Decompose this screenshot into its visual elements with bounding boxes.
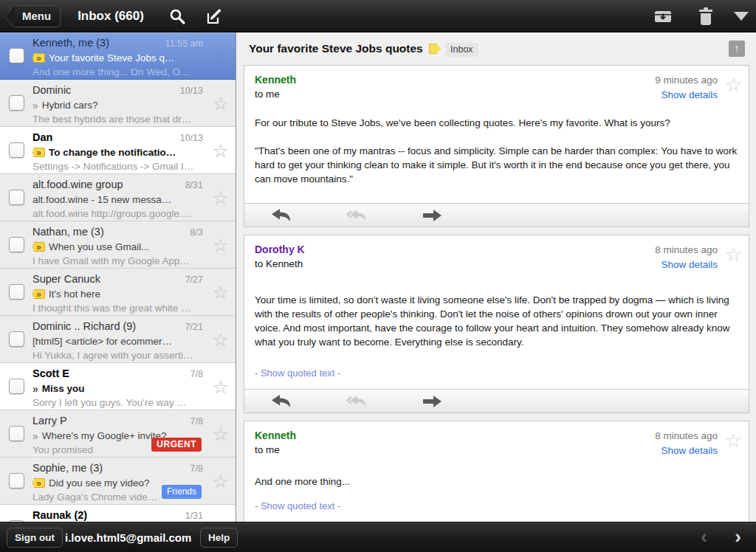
sender: Super Canuck <box>32 273 100 285</box>
snippet: I have Gmail with my Google App… <box>32 255 190 266</box>
subject: Miss you <box>42 383 85 394</box>
account-email: i.love.html5@gmail.com <box>65 522 191 552</box>
inbox-title: Inbox (660) <box>44 0 177 32</box>
message-time: 8 minutes ago <box>655 244 718 255</box>
next-conversation-icon[interactable]: › <box>735 525 741 548</box>
sign-out-button[interactable]: Sign out <box>7 528 63 548</box>
show-quoted-text-link[interactable]: - Show quoted text - <box>255 500 340 511</box>
subject: Hybrid cars? <box>42 100 98 111</box>
chevron-marker-icon: » <box>32 383 38 395</box>
friends-badge: Friends <box>162 485 202 499</box>
reply-icon[interactable] <box>271 395 292 408</box>
checkbox[interactable] <box>9 331 24 347</box>
list-item-kenneth[interactable]: Kenneth, me (3)11:55 am »Your favorite S… <box>0 32 236 80</box>
show-details-link[interactable]: Show details <box>655 89 718 100</box>
star-icon[interactable]: ☆ <box>213 141 229 160</box>
message-header[interactable]: Dorothy K to Kenneth 8 minutes ago Show … <box>244 235 749 272</box>
checkbox[interactable] <box>9 190 24 205</box>
forward-icon[interactable] <box>422 209 442 222</box>
star-icon[interactable]: ☆ <box>213 188 229 207</box>
checkbox[interactable] <box>9 284 24 300</box>
list-item-altfoodwine[interactable]: alt.food.wine group8/31 alt.food.wine - … <box>0 174 236 221</box>
checkbox[interactable] <box>9 48 24 63</box>
timestamp: 1/31 <box>185 511 203 521</box>
sender: Dan <box>32 131 52 143</box>
snippet: Settings -> Notifications -> Gmail I… <box>32 161 193 172</box>
collapse-up-button[interactable]: ↑ <box>729 41 745 57</box>
star-icon[interactable]: ☆ <box>213 46 229 66</box>
sender: Raunak (2) <box>32 509 87 521</box>
star-icon[interactable]: ☆ <box>213 283 229 302</box>
subject: Did you see my video? <box>49 477 150 489</box>
checkbox[interactable] <box>9 142 24 158</box>
list-item-dominic[interactable]: Dominic10/13 »Hybrid cars? The best hybr… <box>0 80 236 127</box>
reply-all-icon[interactable] <box>346 209 367 222</box>
timestamp: 7/27 <box>185 275 203 285</box>
star-icon[interactable]: ☆ <box>725 431 742 450</box>
subject: It's hot here <box>49 289 100 300</box>
list-item-raunak[interactable]: Raunak (2)1/31 <box>0 505 236 522</box>
list-item-nathan[interactable]: Nathan, me (3)8/3 »When you use Gmail...… <box>0 221 236 269</box>
timestamp: 7/8 <box>190 369 203 379</box>
email-list: Kenneth, me (3)11:55 am »Your favorite S… <box>0 32 236 522</box>
snippet: alt.food.wine http://groups.google.… <box>32 208 192 219</box>
forward-icon[interactable] <box>422 395 442 408</box>
star-icon[interactable]: ☆ <box>725 75 742 94</box>
list-item-supercanuck[interactable]: Super Canuck7/27 »It's hot here I though… <box>0 269 236 316</box>
message-actions-bar <box>244 203 749 227</box>
checkbox[interactable] <box>9 426 24 441</box>
message-header[interactable]: Kenneth to me 8 minutes ago Show details… <box>244 421 749 458</box>
snippet: I thought this was the great white … <box>32 303 191 314</box>
inbox-label-chip[interactable]: Inbox <box>445 43 478 57</box>
archive-icon[interactable] <box>653 6 673 27</box>
reply-icon[interactable] <box>271 209 292 222</box>
star-icon[interactable]: ☆ <box>725 245 742 264</box>
star-icon[interactable]: ☆ <box>213 94 229 113</box>
chevron-marker-icon: » <box>32 430 38 442</box>
checkbox[interactable] <box>9 95 24 111</box>
checkbox[interactable] <box>9 379 24 394</box>
conversation-pane: Your favorite Steve Jobs quotes Inbox ↑ … <box>237 32 756 522</box>
help-button[interactable]: Help <box>200 528 238 548</box>
importance-marker-icon: » <box>32 478 45 488</box>
reply-all-icon[interactable] <box>346 395 367 408</box>
message-body: And one more thing... <box>244 458 749 499</box>
snippet: Sorry I left you guys. You're way … <box>32 397 187 408</box>
timestamp: 8/31 <box>185 180 203 190</box>
snippet: The best hybrids are those that dr… <box>32 114 191 125</box>
show-details-link[interactable]: Show details <box>655 259 718 270</box>
star-icon[interactable]: ☆ <box>213 424 229 444</box>
subject: Where's my Google+ invite? <box>42 430 167 441</box>
show-details-link[interactable]: Show details <box>655 445 718 456</box>
star-icon[interactable]: ☆ <box>213 235 229 255</box>
search-icon[interactable] <box>167 6 188 27</box>
sender: Sophie, me (3) <box>32 462 103 474</box>
list-item-scott[interactable]: Scott E7/8 »Miss you Sorry I left you gu… <box>0 363 236 410</box>
chevron-down-icon[interactable] <box>731 6 752 27</box>
subject: To change the notificatio… <box>49 147 176 158</box>
show-quoted-text-link[interactable]: - Show quoted text - <box>255 368 340 379</box>
message-card-2: Dorothy K to Kenneth 8 minutes ago Show … <box>244 235 749 413</box>
star-icon[interactable]: ☆ <box>213 330 229 349</box>
snippet: Hi Yukka, I agree with your asserti… <box>32 350 193 361</box>
previous-conversation-icon[interactable]: ‹ <box>701 525 707 548</box>
checkbox[interactable] <box>9 237 24 252</box>
list-item-dominic-richard[interactable]: Dominic .. Richard (9)7/21 [html5] <arti… <box>0 316 236 363</box>
message-actions-bar <box>244 389 749 413</box>
star-icon[interactable]: ☆ <box>213 377 229 396</box>
message-time: 9 minutes ago <box>655 75 718 86</box>
subject: When you use Gmail... <box>49 241 150 252</box>
trash-icon[interactable] <box>695 6 716 27</box>
message-card-3: Kenneth to me 8 minutes ago Show details… <box>244 421 749 522</box>
list-item-sophie[interactable]: Sophie, me (3)7/8 »Did you see my video?… <box>0 458 236 505</box>
message-header[interactable]: Kenneth to me 9 minutes ago Show details… <box>244 66 749 103</box>
compose-icon[interactable] <box>204 6 224 27</box>
chevron-marker-icon: » <box>32 100 38 111</box>
body-paragraph: "That's been one of my mantras -- focus … <box>255 144 738 186</box>
checkbox[interactable] <box>9 473 24 489</box>
star-icon[interactable]: ☆ <box>213 472 229 491</box>
list-item-dan[interactable]: Dan10/13 »To change the notificatio… Set… <box>0 127 236 174</box>
message-card-1: Kenneth to me 9 minutes ago Show details… <box>244 65 749 227</box>
list-item-larry[interactable]: Larry P7/8 »Where's my Google+ invite? Y… <box>0 410 236 458</box>
subject: [html5] <article> for ecommer… <box>32 336 172 347</box>
